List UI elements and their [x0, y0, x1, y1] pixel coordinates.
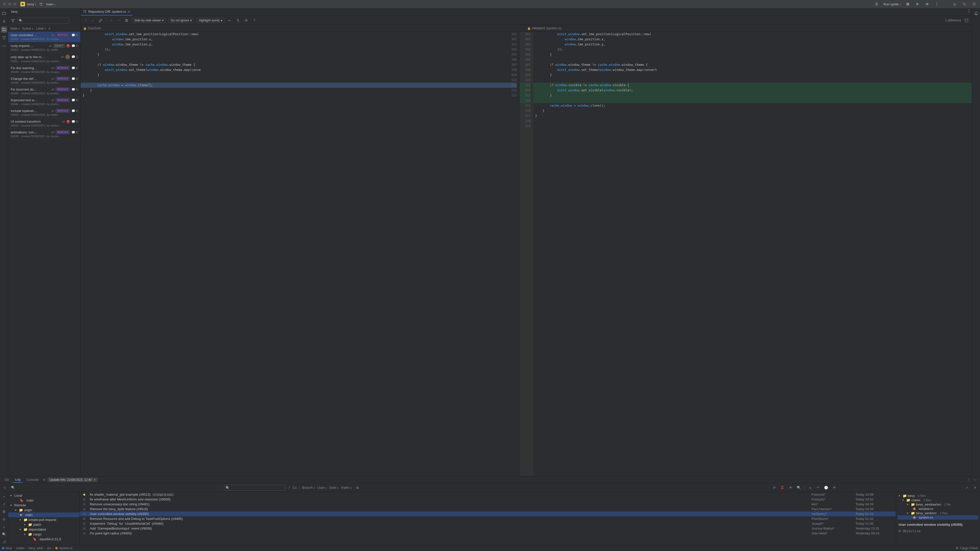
search-icon-2[interactable]: 🔍	[796, 485, 802, 491]
maximize-window[interactable]	[13, 3, 16, 6]
breadcrumb[interactable]: system.rs	[59, 546, 72, 550]
commit-row[interactable]: Fix point light radius (#9493)Ada Hieta*…	[80, 531, 896, 536]
detail-crates[interactable]: crates	[912, 498, 920, 502]
debug-icon[interactable]	[924, 1, 930, 7]
breadcrumb[interactable]: bevy_winit	[29, 546, 43, 550]
editor-tab[interactable]: Repository Diff: system.rs ✕	[81, 8, 133, 16]
cherry-pick-icon[interactable]: 🍒	[780, 485, 785, 491]
ignore-mode-select[interactable]: Do not ignore▾	[169, 18, 194, 23]
filter-more[interactable]: A	[48, 27, 51, 30]
pr-item[interactable]: only take up to the m…🏷💬 1#9351 · create…	[8, 53, 80, 65]
filter-label[interactable]: Label	[36, 27, 46, 30]
branch-dropdown[interactable]: main	[46, 2, 56, 6]
branch-row[interactable]: ▾📁origin	[8, 508, 80, 513]
filter-state[interactable]: State	[10, 27, 20, 30]
structure-tool-icon[interactable]	[1, 35, 7, 41]
pr-item[interactable]: Change the def…🏷MERGED💬 0#9346 · created…	[8, 75, 80, 86]
notifications-icon[interactable]	[973, 10, 979, 16]
next-diff-icon[interactable]: ↓	[90, 17, 95, 23]
commit-list[interactable]: fix shader_material_glsl example (#9513)…	[80, 492, 896, 545]
branch-row[interactable]: ▾📁patch	[8, 522, 80, 527]
filter-branch[interactable]: Branch	[302, 486, 315, 489]
branch-row[interactable]: ▾Local	[8, 493, 80, 498]
branch-graph-icon[interactable]: ⎇	[1, 539, 7, 545]
close-tab-icon[interactable]: ✕	[127, 10, 130, 14]
commit-row[interactable]: fix shader_material_glsl example (#9513)…	[80, 492, 896, 497]
checkout-icon[interactable]: ↗	[1, 501, 7, 507]
commit-row[interactable]: Remove unnecessary doc string (#9481)lel…	[80, 502, 896, 507]
find-branch-icon[interactable]: 🔍	[1, 531, 7, 537]
panel-menu-icon[interactable]: ⋮	[966, 477, 971, 483]
toggle-sidebar-icon[interactable]: ⎋	[2, 485, 8, 491]
history-icon[interactable]: 🕐	[823, 485, 829, 491]
branch-row[interactable]: ▾📁dependabot	[8, 527, 80, 532]
collapse-icon[interactable]: ⇤	[227, 17, 233, 23]
commit-tool-icon[interactable]	[1, 18, 7, 24]
commit-row[interactable]: Add `GamepadButtonInput` event (#9008)Jo…	[80, 526, 896, 531]
log-search-input[interactable]	[224, 485, 285, 491]
branch-tree[interactable]: ▾Local🔖 main▾Remote▾📁origin★ main▾📁creat…	[8, 492, 80, 545]
minimize-panel-icon[interactable]: —	[972, 477, 978, 483]
highlight-mode-select[interactable]: Highlight words▾	[197, 18, 224, 23]
pr-item[interactable]: Improved text w…🏷MERGED💬 0#9344 · create…	[8, 97, 80, 107]
filter-icon[interactable]	[10, 18, 16, 24]
regex-toggle[interactable]: .*	[288, 486, 290, 489]
stop-icon[interactable]	[905, 1, 911, 7]
tab-menu-icon[interactable]	[966, 8, 972, 14]
watch-icon[interactable]: 👁	[832, 485, 837, 491]
branch-row[interactable]: ★ main	[8, 513, 80, 517]
detail-root[interactable]: bevy	[908, 494, 915, 498]
settings-icon[interactable]	[971, 1, 977, 7]
open-new-tab-icon[interactable]: ⧉	[355, 485, 360, 491]
detail-window-rs[interactable]: window.rs	[919, 507, 933, 511]
case-toggle[interactable]: Cc	[293, 486, 297, 489]
detail-bevy-window[interactable]: bevy_window/src	[916, 503, 941, 507]
commit-row[interactable]: Remove the bevy_dylib feature (#9516)Pau…	[80, 507, 896, 511]
minimize-window[interactable]	[8, 3, 11, 6]
detail-bevy-winit[interactable]: bevy_winit/src	[916, 511, 937, 515]
sync-scroll-icon[interactable]: ⇅	[235, 17, 241, 23]
diff-viewer[interactable]: winit_window.set_ime_position(LogicalPos…	[81, 32, 972, 476]
pr-tool-icon[interactable]	[1, 27, 7, 33]
tab-git[interactable]: Git	[2, 477, 11, 483]
prev-diff-icon[interactable]: ↑	[83, 17, 89, 23]
build-icon[interactable]	[874, 1, 880, 7]
commit-row[interactable]: Remove Resource and add Debug to TaskPoo…	[80, 516, 896, 521]
more-tools-icon[interactable]	[1, 43, 7, 49]
log-search-icon[interactable]: 🔍	[10, 485, 16, 491]
close-detail-icon[interactable]: ✕	[972, 485, 978, 491]
branch-row[interactable]: ▾Remote	[8, 503, 80, 508]
pr-search-input[interactable]	[18, 17, 69, 24]
go-to-icon[interactable]: ↘	[807, 485, 813, 491]
pr-item[interactable]: include toplevel…🏷MERGED💬 0#9343 · creat…	[8, 107, 80, 118]
list-icon[interactable]	[124, 17, 129, 23]
tab-console[interactable]: Console	[24, 477, 41, 483]
expand-icon[interactable]: ⤢	[964, 485, 970, 491]
close-chip-icon[interactable]: ✕	[94, 478, 96, 482]
branch-row[interactable]: ▾📁cargo	[8, 532, 80, 537]
tab-log[interactable]: Log	[13, 476, 23, 483]
diff-settings-icon[interactable]: ⚙	[243, 17, 249, 23]
project-tool-icon[interactable]	[1, 10, 7, 16]
edit-icon[interactable]	[98, 17, 103, 23]
cargo-check-label[interactable]: Cargo Check	[960, 546, 978, 550]
refresh-icon[interactable]: ⟳	[772, 485, 777, 491]
forward-icon[interactable]: →	[116, 17, 121, 23]
search-everywhere-icon[interactable]	[962, 1, 967, 7]
branch-row[interactable]: ▾📁create-pull-request	[8, 517, 80, 522]
delete-icon[interactable]: 🗑	[1, 509, 7, 515]
pr-item[interactable]: Fix doc warning…🏷MERGED💬 0#9348 · create…	[8, 65, 80, 75]
filter-user[interactable]: User	[318, 486, 327, 489]
breadcrumb[interactable]: src	[47, 546, 51, 550]
fetch-icon[interactable]: ⤓	[1, 524, 7, 530]
more-icon[interactable]	[934, 1, 940, 7]
close-console-icon[interactable]: ✕	[43, 478, 45, 482]
project-badge[interactable]: B	[21, 2, 25, 6]
commit-row[interactable]: Implement `Debug` for `UnsafeWorldCell` …	[80, 521, 896, 526]
tab-update-info[interactable]: Update Info: 21/08/2023, 12:40 ✕	[48, 478, 98, 482]
branch-row[interactable]: 🔖 main	[8, 498, 80, 503]
pr-item[interactable]: UI content transform🏷💬 0#9341 · created …	[8, 118, 80, 129]
pr-list[interactable]: User controlled …🏷MERGED💬 0#9355 · creat…	[8, 32, 80, 476]
breadcrumb[interactable]: crates	[16, 546, 24, 550]
run-config-dropdown[interactable]: Run sprite	[883, 2, 901, 6]
